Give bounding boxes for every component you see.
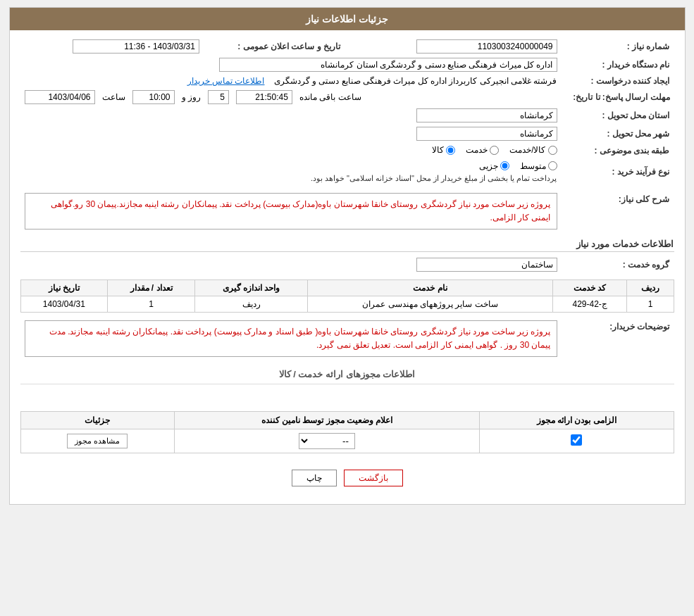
saat-label: ساعت: [102, 92, 125, 102]
mohlat-value: 1403/04/06 ساعت 10:00 روز و 5 21:50:45 س…: [20, 88, 562, 106]
kalaKhedmat-radio[interactable]: [548, 146, 557, 155]
rooz-input: 5: [208, 90, 229, 104]
print-button[interactable]: چاپ: [292, 470, 337, 486]
cell-vahed: ردیف: [194, 296, 307, 312]
tarikh-input: 1403/03/31 - 11:36: [73, 39, 199, 54]
th-nam: نام خدمت: [308, 279, 553, 296]
sharh-label: شرح کلی نیاز:: [562, 191, 674, 232]
pdesc-text: پرداخت تمام یا بخشی از مبلغ خریدار از مح…: [25, 174, 557, 183]
page-header: جزئیات اطلاعات نیاز: [10, 8, 685, 30]
sharh-box: پروژه زیر ساخت مورد نیاز گردشگری روستای …: [25, 193, 557, 230]
sharh-value: پروژه زیر ساخت مورد نیاز گردشگری روستای …: [20, 191, 562, 232]
ostan-label: استان محل تحویل :: [562, 106, 674, 125]
permissions-row: -- مشاهده مجوز: [20, 429, 674, 453]
rooz-label: روز و: [182, 92, 201, 102]
khadamat-section-title: اطلاعات خدمات مورد نیاز: [20, 239, 674, 252]
ostan-value: کرمانشاه: [20, 106, 562, 125]
nam-dastgah-input: اداره کل میراث فرهنگی صنایع دستی و گردشگ…: [219, 58, 557, 72]
kala-radio-item[interactable]: کالا: [432, 145, 455, 155]
row-mohlat: مهلت ارسال پاسخ: تا تاریخ: 1403/04/06 سا…: [20, 88, 674, 106]
tozihat-box: پروژه زیر ساخت مورد نیاز گردشگری روستای …: [25, 320, 557, 357]
cell-tedad: 1: [108, 296, 195, 312]
row-farayand: نوع فرآیند خرید : متوسط جزیی: [20, 159, 674, 185]
row-ostan: استان محل تحویل : کرمانشاه: [20, 106, 674, 125]
elzami-checkbox[interactable]: [571, 434, 582, 446]
services-thead: ردیف کد خدمت نام خدمت واحد اندازه گیری ت…: [20, 279, 674, 296]
permissions-table: الزامی بودن ارائه مجوز اعلام وضعیت مجوز …: [20, 411, 674, 453]
cell-joziyat: مشاهده مجوز: [20, 429, 175, 453]
spacer: [20, 384, 674, 406]
sharh-table: شرح کلی نیاز: پروژه زیر ساخت مورد نیاز گ…: [20, 191, 674, 232]
shomare-value: 1103003240000049: [359, 37, 562, 56]
nam-dastgah-label: نام دستگاه خریدار :: [562, 56, 674, 74]
shomare-label: شماره نیاز :: [562, 37, 674, 56]
tabaqeh-label: طبقه بندی موضوعی :: [562, 143, 674, 159]
garoh-table: گروه خدمت : ساختمان: [20, 256, 674, 274]
row-nam-dastgah: نام دستگاه خریدار : اداره کل میراث فرهنگ…: [20, 56, 674, 74]
mohlat-label: مهلت ارسال پاسخ: تا تاریخ:: [562, 88, 674, 106]
tarikh-label: تاریخ و ساعت اعلان عمومی :: [204, 37, 345, 56]
th-elzami: الزامی بودن ارائه مجوز: [479, 412, 674, 429]
garoh-value: ساختمان: [20, 256, 562, 274]
shahr-value: کرمانشاه: [20, 125, 562, 143]
mottaset-radio-item[interactable]: متوسط: [520, 161, 557, 171]
khedmat-label: خدمت: [466, 145, 488, 155]
kala-label: کالا: [432, 145, 444, 155]
tozihat-value: پروژه زیر ساخت مورد نیاز گردشگری روستای …: [20, 318, 562, 359]
jozi-radio[interactable]: [500, 161, 509, 170]
baghimande-label: ساعت باقی مانده: [299, 92, 361, 102]
tozihat-row: توضیحات خریدار: پروژه زیر ساخت مورد نیاز…: [20, 318, 674, 359]
saat-input: 10:00: [132, 90, 175, 104]
services-header-row: ردیف کد خدمت نام خدمت واحد اندازه گیری ت…: [20, 279, 674, 296]
mottaset-label: متوسط: [520, 161, 546, 171]
permissions-tbody: -- مشاهده مجوز: [20, 429, 674, 453]
tozihat-label: توضیحات خریدار:: [562, 318, 674, 359]
back-button[interactable]: بازگشت: [344, 470, 403, 486]
kalaKhedmat-label: کالا/خدمت: [509, 145, 545, 155]
khedmat-radio[interactable]: [490, 146, 499, 155]
shomare-input: 1103003240000049: [416, 39, 557, 54]
jozi-label: جزیی: [479, 161, 498, 171]
garoh-input: ساختمان: [416, 258, 557, 272]
baghimande-input: 21:50:45: [236, 90, 292, 104]
th-eelam: اعلام وضعیت مجوز توسط نامین کننده: [175, 412, 479, 429]
nam-dastgah-value: اداره کل میراث فرهنگی صنایع دستی و گردشگ…: [20, 56, 562, 74]
th-vahed: واحد اندازه گیری: [194, 279, 307, 296]
cell-kod: ج-42-429: [552, 296, 627, 312]
cell-nam: ساخت سایر پروژههای مهندسی عمران: [308, 296, 553, 312]
garoh-label: گروه خدمت :: [562, 256, 674, 274]
row-ejad: ایجاد کننده درخواست : فرشته غلامی انجیرک…: [20, 74, 674, 88]
bottom-buttons: بازگشت چاپ: [20, 459, 674, 497]
jozi-radio-item[interactable]: جزیی: [479, 161, 509, 171]
farayand-value: متوسط جزیی پرداخت تمام یا بخشی از مبلغ خ…: [20, 159, 562, 185]
khedmat-radio-item[interactable]: خدمت: [466, 145, 499, 155]
th-tarikh: تاریخ نیاز: [20, 279, 108, 296]
kala-radio[interactable]: [446, 146, 455, 155]
sharh-section: شرح کلی نیاز: پروژه زیر ساخت مورد نیاز گ…: [20, 191, 674, 232]
tarikh-value: 1403/03/31 - 11:36: [20, 37, 204, 56]
info-table: شماره نیاز : 1103003240000049 تاریخ و سا…: [20, 37, 674, 185]
etelaat-link[interactable]: اطلاعات تماس خریدار: [187, 76, 265, 86]
services-tbody: 1 ج-42-429 ساخت سایر پروژههای مهندسی عمر…: [20, 296, 674, 312]
view-mojoz-button[interactable]: مشاهده مجوز: [67, 434, 128, 448]
ostan-input: کرمانشاه: [416, 108, 557, 122]
permissions-thead: الزامی بودن ارائه مجوز اعلام وضعیت مجوز …: [20, 412, 674, 429]
tabaqeh-value: کالا/خدمت خدمت کالا: [20, 143, 562, 159]
kalaKhedmat-radio-item[interactable]: کالا/خدمت: [509, 145, 557, 155]
tozihat-table: توضیحات خریدار: پروژه زیر ساخت مورد نیاز…: [20, 318, 674, 359]
ejad-value: فرشته غلامی انجیرکی کاربرداز اداره کل می…: [20, 74, 562, 88]
shahr-label: شهر محل تحویل :: [562, 125, 674, 143]
th-radif: ردیف: [627, 279, 674, 296]
farayand-label: نوع فرآیند خرید :: [562, 159, 674, 185]
th-tedad: تعداد / مقدار: [108, 279, 195, 296]
sharh-row: شرح کلی نیاز: پروژه زیر ساخت مورد نیاز گ…: [20, 191, 674, 232]
ejad-text: فرشته غلامی انجیرکی کاربرداز اداره کل می…: [274, 76, 557, 86]
main-content: شماره نیاز : 1103003240000049 تاریخ و سا…: [10, 30, 685, 504]
eelam-select[interactable]: --: [299, 433, 355, 449]
mottaset-radio[interactable]: [548, 161, 557, 170]
garoh-row: گروه خدمت : ساختمان: [20, 256, 674, 274]
mojoz-section-title: اطلاعات مجوزهای ارائه خدمت / کالا: [20, 365, 674, 384]
cell-radif: 1: [627, 296, 674, 312]
cell-eelam: --: [175, 429, 479, 453]
services-table: ردیف کد خدمت نام خدمت واحد اندازه گیری ت…: [20, 279, 674, 313]
